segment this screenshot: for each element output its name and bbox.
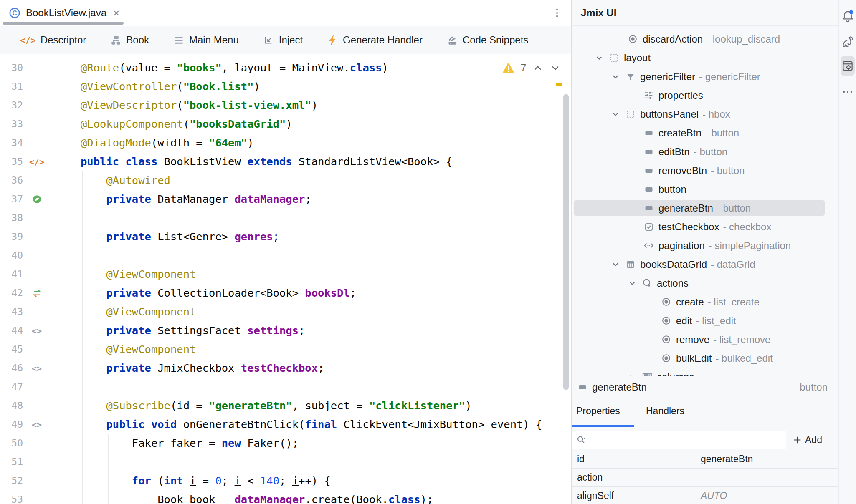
tree-item-create[interactable]: create- list_create xyxy=(572,292,838,311)
properties-search-field[interactable] xyxy=(572,431,786,449)
bean-icon[interactable] xyxy=(28,190,46,209)
code-line-45[interactable]: 45 @ViewComponent xyxy=(0,340,571,359)
code-line-39[interactable]: 39 private List<Genre> genres; xyxy=(0,227,571,246)
chevron-down-icon[interactable] xyxy=(610,259,621,270)
tree-item-button[interactable]: button xyxy=(572,180,838,199)
filter-icon xyxy=(625,71,636,82)
code-line-48[interactable]: 48 @Subscribe(id = "generateBtn", subjec… xyxy=(0,396,571,415)
close-icon[interactable]: × xyxy=(113,8,119,18)
tree-item-pagination[interactable]: pagination- simplePagination xyxy=(572,236,838,255)
loader-icon[interactable] xyxy=(28,284,46,302)
notifications-bell-icon[interactable] xyxy=(841,7,855,25)
tree-item-remove[interactable]: remove- list_remove xyxy=(572,330,838,349)
property-row-alignself[interactable]: alignSelfAUTO xyxy=(572,487,838,504)
tree-item-generatebtn[interactable]: generateBtn- button xyxy=(572,199,838,217)
tab-properties[interactable]: Properties xyxy=(576,406,620,417)
tree-item-bulkedit[interactable]: bulkEdit- bulked_edit xyxy=(572,349,838,368)
tree-item-columns[interactable]: columns xyxy=(572,368,838,376)
tree-item-layout[interactable]: layout xyxy=(572,48,838,67)
tree-item-booksdatagrid[interactable]: booksDataGrid- dataGrid xyxy=(572,255,838,274)
code-line-53[interactable]: 53 Book book = dataManager.create(Book.c… xyxy=(0,490,571,504)
pagination-icon xyxy=(643,240,654,251)
code-line-51[interactable]: 51 xyxy=(0,453,571,471)
tab-handlers[interactable]: Handlers xyxy=(646,406,684,417)
more-vertical-icon[interactable] xyxy=(550,6,564,20)
gradle-icon[interactable] xyxy=(841,33,855,51)
tree-item-edit[interactable]: edit- list_edit xyxy=(572,311,838,330)
code-line-44[interactable]: 44<> private SettingsFacet settings; xyxy=(0,321,571,340)
more-horizontal-icon[interactable] xyxy=(841,83,855,101)
tree-item-genericfilter[interactable]: genericFilter- genericFilter xyxy=(572,67,838,86)
code-text: public class BookListView extends Standa… xyxy=(81,152,452,171)
toolbar-button-main-menu[interactable]: Main Menu xyxy=(173,34,239,46)
add-property-button[interactable]: Add xyxy=(792,431,822,449)
xml-tag-icon[interactable]: <> xyxy=(28,359,46,378)
code-line-34[interactable]: 34@DialogMode(width = "64em") xyxy=(0,134,571,152)
code-line-32[interactable]: 32@ViewDescriptor("book-list-view.xml") xyxy=(0,96,571,115)
tree-item-editbtn[interactable]: editBtn- button xyxy=(572,142,838,161)
chevron-down-icon[interactable] xyxy=(627,372,638,376)
action-icon xyxy=(661,353,671,363)
code-line-37[interactable]: 37 private DataManager dataManager; xyxy=(0,190,571,209)
tree-item-name: removeBtn xyxy=(658,165,707,176)
code-line-35[interactable]: 35</>public class BookListView extends S… xyxy=(0,152,571,171)
toolbar-button-label: Inject xyxy=(279,34,303,46)
xml-tag-icon[interactable]: <> xyxy=(28,321,46,340)
layout-icon xyxy=(609,53,619,63)
editor-scrollbar[interactable] xyxy=(563,94,569,390)
tree-item-name: create xyxy=(676,296,704,308)
code-line-42[interactable]: 42 private CollectionLoader<Book> booksD… xyxy=(0,284,571,302)
tree-item-buttonspanel[interactable]: buttonsPanel- hbox xyxy=(572,105,838,123)
chevron-up-icon[interactable] xyxy=(532,62,544,74)
code-line-31[interactable]: 31@ViewController("Book.list") xyxy=(0,77,571,96)
chevron-down-icon[interactable] xyxy=(610,71,621,82)
chevron-down-icon[interactable] xyxy=(627,278,638,289)
code-line-46[interactable]: 46<> private JmixCheckbox testCheckbox; xyxy=(0,359,571,378)
tree-item-type: - simplePagination xyxy=(709,240,791,252)
jmix-ui-panel: Jmix UI discardAction- lookup_discardlay… xyxy=(571,0,838,504)
panel-title: Jmix UI xyxy=(581,7,616,19)
property-row-id[interactable]: idgenerateBtn xyxy=(572,450,838,469)
toolbar-button-descriptor[interactable]: </>Descriptor xyxy=(20,34,86,46)
code-line-36[interactable]: 36 @Autowired xyxy=(0,171,571,190)
tree-item-properties[interactable]: properties xyxy=(572,86,838,105)
component-inspector: generateBtn button Properties Handlers A… xyxy=(572,376,838,504)
code-line-43[interactable]: 43 @ViewComponent xyxy=(0,302,571,321)
markup-icon[interactable]: </> xyxy=(28,152,46,171)
toolbar-button-generate-handler[interactable]: Generate Handler xyxy=(327,34,423,46)
warning-icon xyxy=(502,62,515,75)
tree-item-removebtn[interactable]: removeBtn- button xyxy=(572,161,838,180)
toolbar-button-book[interactable]: Book xyxy=(110,34,149,46)
property-row-action[interactable]: action xyxy=(572,469,838,487)
code-line-40[interactable]: 40 xyxy=(0,246,571,265)
tree-item-actions[interactable]: actions xyxy=(572,274,838,292)
property-value[interactable]: AUTO xyxy=(701,490,727,501)
tree-item-testcheckbox[interactable]: testCheckbox- checkbox xyxy=(572,217,838,236)
button-icon xyxy=(643,128,654,138)
chevron-down-icon[interactable] xyxy=(550,62,561,74)
editor-column: C BookListView.java × </>DescriptorBookM… xyxy=(0,0,571,504)
tree-item-discardaction[interactable]: discardAction- lookup_discard xyxy=(572,30,838,48)
chevron-down-icon[interactable] xyxy=(610,109,621,120)
code-line-47[interactable]: 47 xyxy=(0,378,571,396)
code-line-49[interactable]: 49<> public void onGenerateBtnClick(fina… xyxy=(0,415,571,434)
toolbar-button-inject[interactable]: Inject xyxy=(263,34,303,46)
code-line-41[interactable]: 41 @ViewComponent xyxy=(0,265,571,284)
xml-tag-icon[interactable]: <> xyxy=(28,415,46,434)
toolbar-button-code-snippets[interactable]: Code Snippets xyxy=(447,34,528,46)
code-line-50[interactable]: 50 Faker faker = new Faker(); xyxy=(0,434,571,453)
code-line-38[interactable]: 38 xyxy=(0,209,571,227)
search-input[interactable] xyxy=(590,434,772,446)
property-value[interactable]: generateBtn xyxy=(701,454,753,465)
code-editor[interactable]: 30@Route(value = "books", layout = MainV… xyxy=(0,55,571,504)
code-line-33[interactable]: 33@LookupComponent("booksDataGrid") xyxy=(0,115,571,134)
tree-item-name: button xyxy=(658,184,686,195)
chevron-down-icon[interactable] xyxy=(594,53,605,63)
code-line-30[interactable]: 30@Route(value = "books", layout = MainV… xyxy=(0,58,571,77)
inspection-widget[interactable]: 7 xyxy=(502,60,561,76)
tree-item-createbtn[interactable]: createBtn- button xyxy=(572,123,838,142)
code-line-52[interactable]: 52 for (int i = 0; i < 140; i++) { xyxy=(0,471,571,490)
editor-tab-booklistview[interactable]: C BookListView.java × xyxy=(0,0,126,26)
right-tool-stripe xyxy=(838,0,856,504)
jmix-ui-icon[interactable] xyxy=(841,56,855,76)
